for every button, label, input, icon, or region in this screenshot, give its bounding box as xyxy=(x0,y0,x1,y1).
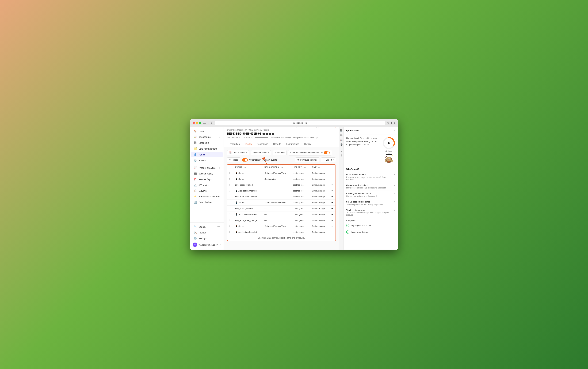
qs-item-title-recordings[interactable]: Set up session recordings xyxy=(346,201,392,203)
qs-item-close-recordings[interactable]: ✕ xyxy=(393,201,395,203)
event-select-button[interactable]: Select an event ▾ xyxy=(251,150,271,155)
col-url-header[interactable]: URL / SCREEN ••• xyxy=(262,165,291,170)
sort-icon[interactable]: ▲▼ xyxy=(229,230,231,233)
table-row[interactable]: ▲▼info_posts_fetched—posthog-ios6 minute… xyxy=(227,206,336,211)
refresh-icon[interactable]: ↻ xyxy=(387,121,389,124)
sort-icon[interactable]: ▲▼ xyxy=(229,219,231,222)
row-more-actions[interactable]: ••• xyxy=(329,223,336,229)
table-row[interactable]: ▲▼info_posts_fetched—posthog-ios6 minute… xyxy=(227,182,336,188)
time-filter-button[interactable]: 📅 Last 24 hours ▾ xyxy=(227,150,249,155)
sort-icon[interactable]: ▲▼ xyxy=(229,213,231,216)
qs-item-close-insight[interactable]: ✕ xyxy=(393,184,395,187)
sort-icon[interactable]: ▲▼ xyxy=(229,195,231,198)
close-button[interactable] xyxy=(193,122,195,124)
tab-events[interactable]: Events xyxy=(242,141,254,147)
row-more-actions[interactable]: ••• xyxy=(329,182,336,188)
sidebar-item-surveys[interactable]: 📋 Surveys xyxy=(191,188,223,194)
qs-item-title-insight[interactable]: Create your first insight xyxy=(346,184,392,186)
tab-history[interactable]: History xyxy=(302,141,314,147)
share-icon[interactable]: ⬆ xyxy=(390,121,393,124)
qs-item-close-custom-events[interactable]: ✕ xyxy=(393,209,395,211)
qs-item-close-invite[interactable]: ✕ xyxy=(393,173,395,176)
docs-vtab-icon[interactable]: 📖 xyxy=(339,138,343,142)
col-event-header[interactable]: EVENT ••• xyxy=(233,165,262,170)
breadcrumb-app[interactable]: MyGreatApp xyxy=(249,129,261,131)
qs-item-close-dashboard[interactable]: ✕ xyxy=(393,192,395,195)
fullscreen-button[interactable] xyxy=(199,122,201,124)
filter-internal-toggle[interactable]: Filter out internal and test users 👁 xyxy=(288,150,332,156)
table-row[interactable]: ▲▼📱ScreenDatabaseExampleViewposthog-ios6… xyxy=(227,223,336,229)
sidebar-item-dashboards[interactable]: 📊 Dashboards ⌄ xyxy=(191,134,223,140)
table-row[interactable]: ▲▼📱Application Opened—posthog-ios6 minut… xyxy=(227,188,336,194)
qs-item-title-dashboard[interactable]: Create your first dashboard xyxy=(346,192,392,195)
plus-icon[interactable]: + xyxy=(219,167,220,169)
col-time-header[interactable]: TIME ••• xyxy=(310,165,329,170)
export-button[interactable]: ⬇ Export ▾ xyxy=(321,157,336,162)
event-col-actions[interactable]: ••• xyxy=(244,166,246,168)
sidebar-item-early-access[interactable]: ⚡ Early access features xyxy=(191,194,223,199)
row-sort-arrows[interactable]: ▲▼ xyxy=(227,211,233,217)
sidebar-item-toolbar[interactable]: 🛠️ Toolbar xyxy=(191,230,223,235)
table-row[interactable]: ▲▼info_auth_state_change—posthog-ios6 mi… xyxy=(227,217,336,223)
sidebar-item-home[interactable]: 🏠 Home xyxy=(191,128,223,134)
row-more-actions[interactable]: ••• xyxy=(329,200,336,206)
sidebar-item-activity[interactable]: 📡 Activity xyxy=(191,158,223,163)
address-bar[interactable]: eu.posthog.com xyxy=(215,121,385,125)
info-vtab-icon[interactable]: ⓘ xyxy=(340,133,343,138)
sidebar-item-product-analytics[interactable]: 📈 Product analytics + xyxy=(191,165,223,171)
col-library-header[interactable]: LIBRARY ••• xyxy=(291,165,310,170)
row-sort-arrows[interactable]: ▲▼ xyxy=(227,188,233,194)
auto-load-switch[interactable] xyxy=(242,158,248,161)
sort-icon[interactable]: ▲▼ xyxy=(229,207,231,210)
tab-recordings[interactable]: Recordings xyxy=(254,141,271,147)
time-col-actions[interactable]: ••• xyxy=(318,166,321,168)
minimize-button[interactable] xyxy=(196,122,198,124)
row-more-actions[interactable]: ••• xyxy=(329,211,336,217)
forward-button[interactable]: › xyxy=(211,121,213,125)
sidebar-item-data-pipeline[interactable]: 🔄 Data pipeline xyxy=(191,199,223,205)
qs-item-title-invite[interactable]: Invite a team member xyxy=(346,173,392,176)
row-more-actions[interactable]: ••• xyxy=(329,188,336,194)
url-col-actions[interactable]: ••• xyxy=(281,166,283,168)
sort-icon[interactable]: ▲▼ xyxy=(229,183,231,186)
delete-person-button[interactable]: Delete person xyxy=(318,127,336,128)
row-sort-arrows[interactable]: ▲▼ xyxy=(227,194,233,200)
table-row[interactable]: ▲▼📱Application Installed—posthog-ios6 mi… xyxy=(227,229,336,235)
row-more-actions[interactable]: ••• xyxy=(329,170,336,176)
sidebar-item-search[interactable]: 🔍 Search ⌘K xyxy=(191,224,223,230)
reload-button[interactable]: ↺ Reload xyxy=(227,157,240,162)
row-sort-arrows[interactable]: ▲▼ xyxy=(227,170,233,176)
support-vtab-icon[interactable]: 💬 xyxy=(339,142,343,147)
sidebar-item-ab-testing[interactable]: 🔬 A/B testing xyxy=(191,182,223,188)
sort-icon[interactable]: ▲▼ xyxy=(229,225,231,228)
new-tab-icon[interactable]: + xyxy=(394,121,395,124)
table-row[interactable]: ▲▼info_auth_state_change—posthog-ios6 mi… xyxy=(227,194,336,200)
row-sort-arrows[interactable]: ▲▼ xyxy=(227,217,233,223)
add-to-notebook-button[interactable]: Add to notebook xyxy=(296,127,316,128)
user-profile[interactable]: V Vladislav Smolyanoy › xyxy=(190,241,224,248)
row-sort-arrows[interactable]: ▲▼ xyxy=(227,176,233,182)
table-row[interactable]: ▲▼📱ScreenDatabaseExampleViewposthog-ios6… xyxy=(227,170,336,176)
sidebar-toggle-icon[interactable] xyxy=(203,122,206,124)
row-sort-arrows[interactable]: ▲▼ xyxy=(227,223,233,229)
sort-icon[interactable]: ▲▼ xyxy=(229,172,231,174)
sidebar-item-people[interactable]: 👤 People xyxy=(191,152,223,157)
sidebar-item-settings[interactable]: ⚙️ Settings xyxy=(191,236,223,241)
sort-icon[interactable]: ▲▼ xyxy=(229,189,231,192)
breadcrumb-people[interactable]: People xyxy=(262,129,269,131)
sort-icon[interactable]: ▲▼ xyxy=(229,201,231,204)
tab-cohorts[interactable]: Cohorts xyxy=(271,141,284,147)
row-more-actions[interactable]: ••• xyxy=(329,229,336,235)
configure-columns-button[interactable]: ⚙ Configure columns xyxy=(295,157,319,162)
table-row[interactable]: ▲▼📱Application Opened—posthog-ios6 minut… xyxy=(227,211,336,217)
notebooks-vtab-icon[interactable]: 📓 xyxy=(339,128,343,132)
sidebar-item-notebooks[interactable]: 📓 Notebooks xyxy=(191,140,223,146)
breadcrumb-org[interactable]: smallwhite Media e.U. xyxy=(227,129,247,131)
add-filter-button[interactable]: + Add filter xyxy=(273,150,287,155)
row-more-actions[interactable]: ••• xyxy=(329,206,336,211)
sort-icon[interactable]: ▲▼ xyxy=(229,178,231,180)
row-more-actions[interactable]: ••• xyxy=(329,217,336,223)
library-col-actions[interactable]: ••• xyxy=(304,166,306,168)
tab-feature-flags[interactable]: Feature flags xyxy=(284,141,302,147)
row-more-actions[interactable]: ••• xyxy=(329,194,336,200)
